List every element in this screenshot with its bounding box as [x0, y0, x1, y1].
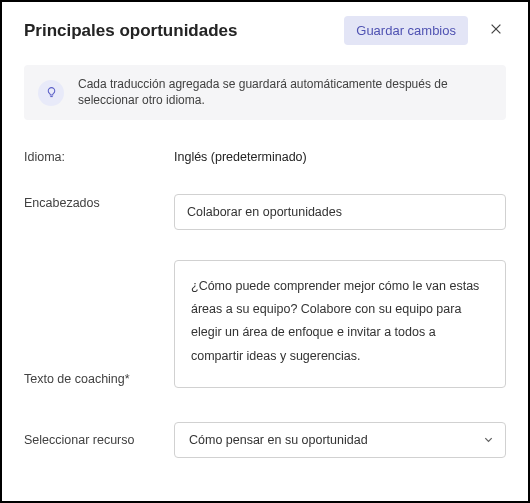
close-button[interactable]	[482, 17, 510, 45]
resource-select-wrap: Cómo pensar en su oportunidad	[174, 422, 506, 458]
close-icon	[489, 22, 503, 40]
headings-row: Encabezados	[24, 194, 506, 230]
resource-select[interactable]: Cómo pensar en su oportunidad	[174, 422, 506, 458]
resource-row: Seleccionar recurso Cómo pensar en su op…	[24, 422, 506, 458]
coaching-row: Texto de coaching*	[24, 260, 506, 388]
info-banner-text: Cada traducción agregada se guardará aut…	[78, 77, 492, 108]
info-banner: Cada traducción agregada se guardará aut…	[24, 65, 506, 120]
dialog-content: Cada traducción agregada se guardará aut…	[2, 59, 528, 468]
coaching-label: Texto de coaching*	[24, 372, 164, 388]
language-row: Idioma: Inglés (predeterminado)	[24, 148, 506, 164]
resource-select-value: Cómo pensar en su oportunidad	[189, 433, 368, 447]
coaching-textarea[interactable]	[174, 260, 506, 388]
headings-label: Encabezados	[24, 194, 164, 210]
language-label: Idioma:	[24, 148, 164, 164]
lightbulb-icon	[38, 80, 64, 106]
language-value: Inglés (predeterminado)	[174, 148, 307, 164]
dialog-header: Principales oportunidades Guardar cambio…	[2, 2, 528, 59]
headings-input[interactable]	[174, 194, 506, 230]
save-changes-button[interactable]: Guardar cambios	[344, 16, 468, 45]
resource-label: Seleccionar recurso	[24, 433, 164, 447]
dialog-title: Principales oportunidades	[24, 21, 334, 41]
